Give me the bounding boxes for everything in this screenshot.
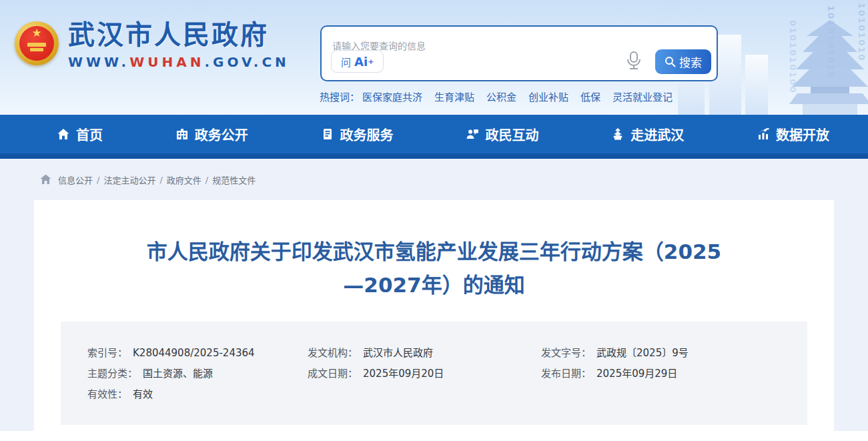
- home-icon: [57, 127, 70, 141]
- nav-item-public-interaction[interactable]: 政民互动: [466, 125, 538, 144]
- breadcrumb-link[interactable]: 信息公开: [58, 173, 93, 186]
- nav-label: 政务服务: [340, 125, 394, 144]
- microphone-icon[interactable]: [624, 51, 643, 71]
- meta-written-date: 成文日期：2025年09月20日: [308, 368, 541, 380]
- meta-issuing-agency: 发文机构：武汉市人民政府: [308, 347, 541, 359]
- hot-search-link[interactable]: 医保家庭共济: [362, 89, 422, 103]
- document-meta-box: 索引号：K28044908/2025-24364 发文机构：武汉市人民政府 发文…: [61, 322, 807, 425]
- nav-label: 政民互动: [485, 125, 538, 144]
- ask-ai-button[interactable]: 问Ai+: [331, 50, 384, 73]
- search-button-label: 搜索: [679, 53, 702, 70]
- yellow-crane-tower-icon: [780, 19, 868, 115]
- nav-label: 政务公开: [195, 125, 248, 144]
- meta-label: 主题分类：: [87, 368, 137, 380]
- nav-item-open-data[interactable]: 数据开放: [757, 125, 829, 144]
- search-box: 问Ai+ 搜索: [320, 25, 718, 81]
- breadcrumb-separator: /: [205, 175, 208, 185]
- meta-value: 武政规〔2025〕9号: [596, 347, 689, 359]
- main-nav: 首页 政务公开 政务服务: [0, 115, 868, 153]
- meta-value: 国土资源、能源: [143, 368, 213, 380]
- nav-label: 首页: [76, 125, 103, 144]
- document-title: 市人民政府关于印发武汉市氢能产业发展三年行动方案（2025 —2027年）的通知: [34, 200, 834, 302]
- nav-label: 走进武汉: [630, 125, 684, 144]
- nav-item-about-wuhan[interactable]: 走进武汉: [611, 125, 684, 144]
- meta-label: 有效性：: [87, 388, 127, 400]
- bottom-strip: [0, 431, 868, 441]
- ask-ai-plus: +: [368, 57, 374, 66]
- hot-search-link[interactable]: 公积金: [486, 89, 516, 103]
- nav-item-home[interactable]: 首页: [57, 125, 103, 144]
- building-graphic: [745, 55, 768, 115]
- person-chat-icon: [466, 127, 479, 141]
- meta-publish-date: 发布日期：2025年09月29日: [541, 368, 807, 380]
- breadcrumb-separator: /: [159, 175, 162, 185]
- document-title-line2: —2027年）的通知: [34, 268, 834, 302]
- meta-label: 成文日期：: [308, 368, 358, 380]
- hot-search-label: 热搜词：: [320, 89, 360, 103]
- binary-decoration: 1010101010: [826, 5, 836, 79]
- page: 0101010100 1010101010 10101010 ★ 武汉市人民政府…: [0, 0, 868, 441]
- pagoda-icon: [611, 127, 624, 141]
- meta-label: 发文字号：: [541, 347, 591, 359]
- breadcrumb-link[interactable]: 法定主动公开: [103, 173, 155, 186]
- meta-value: 有效: [133, 388, 153, 400]
- site-url: WWW.WUHAN.GOV.CN: [68, 52, 290, 72]
- meta-index-number: 索引号：K28044908/2025-24364: [87, 347, 308, 359]
- breadcrumb-separator: /: [97, 175, 99, 185]
- article-card: 市人民政府关于印发武汉市氢能产业发展三年行动方案（2025 —2027年）的通知…: [34, 200, 834, 431]
- breadcrumb-link[interactable]: 政府文件: [167, 173, 201, 186]
- home-icon[interactable]: [40, 174, 51, 185]
- meta-label: 索引号：: [87, 347, 127, 359]
- ask-ai-label: 问: [341, 55, 351, 69]
- document-icon: [321, 127, 334, 141]
- site-name: 武汉市人民政府: [68, 17, 290, 52]
- meta-value: K28044908/2025-24364: [133, 347, 255, 359]
- site-url-wuhan: WUHAN: [129, 54, 204, 70]
- bar-chart-icon: [757, 127, 770, 141]
- hot-search-link[interactable]: 低保: [580, 89, 600, 103]
- binary-decoration: 10101010: [857, 3, 867, 61]
- government-building-icon: [175, 127, 189, 141]
- meta-topic-category: 主题分类：国土资源、能源: [87, 368, 308, 380]
- search-icon: [665, 56, 676, 67]
- site-header: 0101010100 1010101010 10101010 ★ 武汉市人民政府…: [0, 0, 868, 115]
- national-emblem-icon: ★: [15, 21, 59, 65]
- hot-search-link[interactable]: 灵活就业登记: [612, 89, 673, 103]
- hot-search-link[interactable]: 生育津贴: [434, 89, 474, 103]
- meta-label: 发布日期：: [541, 368, 591, 380]
- breadcrumb: 信息公开 / 法定主动公开 / 政府文件 / 规范性文件: [0, 159, 868, 200]
- nav-item-gov-services[interactable]: 政务服务: [321, 125, 394, 144]
- meta-value: 2025年09月20日: [363, 368, 444, 380]
- hot-search-link[interactable]: 创业补贴: [528, 89, 568, 103]
- meta-value: 2025年09月29日: [596, 368, 677, 380]
- document-title-line1: 市人民政府关于印发武汉市氢能产业发展三年行动方案（2025: [34, 235, 834, 268]
- binary-decoration: 0101010100: [788, 20, 798, 93]
- search-button[interactable]: 搜索: [655, 49, 711, 74]
- hot-search-row: 热搜词： 医保家庭共济 生育津贴 公积金 创业补贴 低保 灵活就业登记: [320, 89, 685, 103]
- site-url-www: WWW.: [68, 54, 129, 70]
- meta-document-number: 发文字号：武政规〔2025〕9号: [541, 347, 807, 359]
- meta-label: 发文机构：: [308, 347, 358, 359]
- breadcrumb-link[interactable]: 规范性文件: [212, 173, 256, 186]
- nav-bottom-strip: [0, 153, 868, 159]
- site-url-rest: .GOV.CN: [204, 54, 289, 70]
- nav-label: 数据开放: [776, 125, 829, 144]
- ask-ai-brand: Ai: [354, 55, 368, 69]
- meta-validity: 有效性：有效: [87, 388, 308, 400]
- site-titles: 武汉市人民政府 WWW.WUHAN.GOV.CN: [68, 17, 290, 72]
- site-logo-link[interactable]: ★ 武汉市人民政府 WWW.WUHAN.GOV.CN: [15, 17, 290, 72]
- meta-value: 武汉市人民政府: [363, 347, 433, 359]
- nav-item-gov-disclosure[interactable]: 政务公开: [175, 125, 248, 144]
